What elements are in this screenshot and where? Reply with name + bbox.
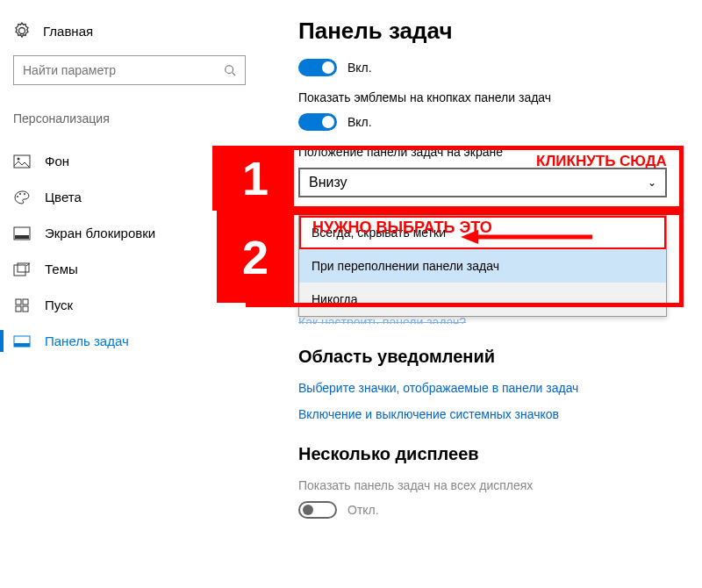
- svg-rect-13: [16, 306, 21, 312]
- svg-line-1: [233, 73, 236, 76]
- svg-point-3: [18, 157, 20, 160]
- toggle-multi-display: [298, 501, 337, 519]
- link-system-icons[interactable]: Включение и выключение системных значков: [298, 407, 684, 421]
- svg-point-4: [17, 196, 18, 197]
- annotation-text-click: КЛИКНУТЬ СЮДА: [536, 153, 667, 170]
- link-configure-taskbar[interactable]: Как настроить панели задач?: [298, 315, 684, 324]
- svg-point-5: [19, 193, 21, 195]
- svg-rect-14: [23, 306, 28, 312]
- palette-icon: [13, 190, 31, 204]
- start-icon: [13, 298, 31, 312]
- svg-point-0: [226, 66, 233, 74]
- page-title: Панель задач: [298, 18, 684, 45]
- svg-point-6: [24, 193, 25, 195]
- svg-rect-8: [15, 235, 29, 239]
- sidebar-item-label: Цвета: [45, 190, 82, 204]
- sidebar-item-label: Фон: [45, 154, 69, 169]
- sidebar-item-taskbar[interactable]: Панель задач: [0, 323, 259, 359]
- section-notification: Область уведомлений: [298, 347, 684, 367]
- svg-marker-18: [461, 230, 478, 244]
- gear-icon: [13, 22, 31, 39]
- annotation-number-2-box: 2: [217, 211, 294, 303]
- search-input-container[interactable]: [13, 55, 246, 85]
- sidebar-item-label: Пуск: [45, 298, 73, 312]
- section-label: Персонализация: [0, 111, 259, 125]
- svg-rect-11: [16, 299, 21, 305]
- sidebar-item-label: Панель задач: [45, 333, 129, 348]
- lockscreen-icon: [13, 226, 31, 240]
- toggle-badges-state: Вкл.: [347, 115, 372, 129]
- home-nav-item[interactable]: Главная: [0, 22, 259, 39]
- annotation-number-1: 1: [242, 151, 269, 205]
- toggle-badges[interactable]: [298, 113, 337, 131]
- taskbar-icon: [13, 334, 31, 348]
- themes-icon: [13, 262, 31, 276]
- search-icon: [224, 64, 236, 76]
- sidebar-item-label: Экран блокировки: [45, 226, 155, 240]
- annotation-number-2: 2: [242, 230, 269, 284]
- svg-rect-16: [14, 343, 30, 347]
- link-select-icons[interactable]: Выберите значки, отображаемые в панели з…: [298, 381, 684, 395]
- badges-label: Показать эмблемы на кнопках панели задач: [298, 90, 684, 104]
- home-label: Главная: [43, 24, 93, 39]
- annotation-arrow-icon: [461, 229, 592, 245]
- multi-display-label: Показать панель задач на всех дисплеях: [298, 478, 684, 492]
- svg-rect-12: [23, 299, 28, 305]
- toggle-multi-state: Откл.: [347, 503, 379, 517]
- svg-rect-9: [14, 265, 25, 276]
- annotation-number-1-box: 1: [217, 150, 294, 206]
- toggle-1[interactable]: [298, 59, 337, 76]
- toggle-1-state: Вкл.: [347, 61, 372, 75]
- section-multi-displays: Несколько дисплеев: [298, 444, 684, 464]
- search-input[interactable]: [23, 63, 224, 77]
- picture-icon: [13, 154, 31, 169]
- sidebar-item-label: Темы: [45, 262, 78, 276]
